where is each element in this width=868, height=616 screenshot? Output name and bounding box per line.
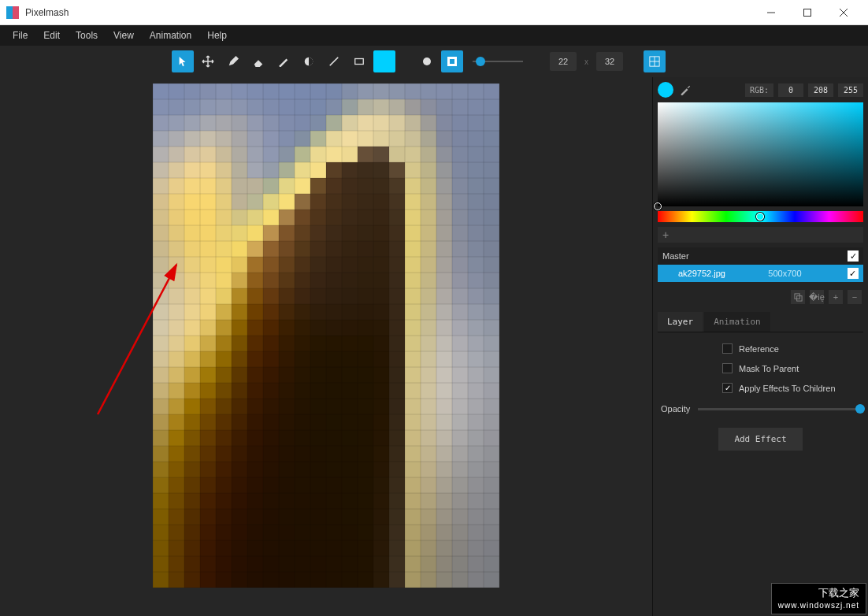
- add-effect-button[interactable]: Add Effect: [718, 428, 802, 451]
- minimize-button[interactable]: [753, 0, 789, 25]
- dimension-x-label: x: [580, 58, 593, 66]
- color-r-value[interactable]: 0: [778, 83, 803, 97]
- svg-point-9: [423, 58, 431, 65]
- color-b-value[interactable]: 255: [838, 83, 863, 97]
- brush-shape-square[interactable]: [441, 50, 463, 72]
- tool-eraser[interactable]: [247, 50, 269, 72]
- layer-visible-checkbox[interactable]: ✓: [848, 250, 859, 262]
- tab-animation[interactable]: Animation: [704, 312, 770, 332]
- svg-rect-1: [13, 6, 19, 19]
- reference-label: Reference: [739, 344, 779, 354]
- brush-size-slider[interactable]: [473, 60, 523, 63]
- add-palette-color[interactable]: +: [658, 227, 863, 243]
- close-button[interactable]: [825, 0, 862, 25]
- mask-label: Mask To Parent: [739, 364, 799, 373]
- color-swatch[interactable]: [658, 82, 673, 98]
- watermark-line1: 下载之家: [778, 587, 859, 600]
- layer-row-master[interactable]: Master ✓: [658, 247, 863, 265]
- saturation-value-picker[interactable]: [658, 102, 863, 206]
- svg-rect-8: [355, 59, 364, 65]
- tool-move[interactable]: [197, 50, 219, 72]
- pixel-canvas[interactable]: [153, 83, 499, 588]
- svg-rect-11: [450, 59, 454, 64]
- hue-slider[interactable]: [658, 211, 863, 222]
- tool-line[interactable]: [323, 50, 345, 72]
- apply-effects-label: Apply Effects To Children: [739, 384, 836, 393]
- tab-layer[interactable]: Layer: [658, 312, 703, 332]
- tool-pencil[interactable]: [273, 50, 295, 72]
- window-titlebar: Pixelmash: [0, 0, 868, 25]
- layer-remove-button[interactable]: −: [848, 290, 862, 304]
- menu-animation[interactable]: Animation: [142, 27, 199, 44]
- apply-effects-checkbox[interactable]: [722, 383, 733, 393]
- layer-add-button[interactable]: +: [829, 290, 843, 304]
- property-tabs: Layer Animation: [658, 312, 863, 332]
- menu-file[interactable]: File: [5, 27, 35, 44]
- canvas-area[interactable]: [0, 77, 652, 616]
- brush-shape-circle[interactable]: [416, 50, 438, 72]
- layer-duplicate-button[interactable]: [791, 290, 805, 304]
- current-color-swatch[interactable]: [373, 50, 395, 72]
- layers-panel: Master ✓ ak29752.jpg 500x700 ✓: [658, 247, 863, 282]
- canvas-height-box[interactable]: 32: [596, 52, 623, 71]
- layer-dimensions: 500x700: [768, 269, 804, 278]
- maximize-button[interactable]: [789, 0, 825, 25]
- color-mode-button[interactable]: RGB:: [745, 83, 773, 97]
- svg-line-7: [330, 58, 339, 66]
- menu-bar: File Edit Tools View Animation Help: [0, 25, 868, 46]
- window-title: Pixelmash: [25, 7, 753, 18]
- tool-fill[interactable]: [298, 50, 320, 72]
- eyedropper-icon[interactable]: [678, 83, 692, 97]
- grid-settings[interactable]: [669, 50, 691, 72]
- watermark-line2: www.windowszj.net: [778, 600, 859, 610]
- menu-help[interactable]: Help: [199, 27, 235, 44]
- tool-rect[interactable]: [348, 50, 370, 72]
- side-panel: RGB: 0 208 255 + Master ✓ ak29752.jpg 50…: [652, 77, 868, 616]
- grid-toggle[interactable]: [644, 50, 666, 72]
- layer-name: Master: [662, 251, 689, 261]
- tool-pointer[interactable]: [172, 50, 194, 72]
- layer-name: ak29752.jpg: [678, 269, 725, 278]
- color-g-value[interactable]: 208: [808, 83, 833, 97]
- menu-edit[interactable]: Edit: [35, 27, 68, 44]
- opacity-label: Opacity: [661, 404, 690, 414]
- opacity-slider[interactable]: [698, 408, 860, 410]
- layer-visible-checkbox[interactable]: ✓: [848, 268, 859, 279]
- menu-view[interactable]: View: [106, 27, 142, 44]
- menu-tools[interactable]: Tools: [68, 27, 106, 44]
- tool-brush[interactable]: [222, 50, 244, 72]
- layer-merge-button[interactable]: �ię: [810, 290, 824, 304]
- canvas-width-box[interactable]: 22: [550, 52, 577, 71]
- layer-properties: Reference Mask To Parent Apply Effects T…: [658, 337, 863, 457]
- reference-checkbox[interactable]: [722, 343, 733, 354]
- svg-rect-3: [804, 9, 811, 16]
- watermark: 下载之家 www.windowszj.net: [771, 583, 866, 614]
- app-logo-icon: [6, 6, 19, 19]
- toolbar: 22 x 32: [0, 46, 868, 77]
- layer-row-image[interactable]: ak29752.jpg 500x700 ✓: [658, 265, 863, 282]
- mask-checkbox[interactable]: [722, 363, 733, 373]
